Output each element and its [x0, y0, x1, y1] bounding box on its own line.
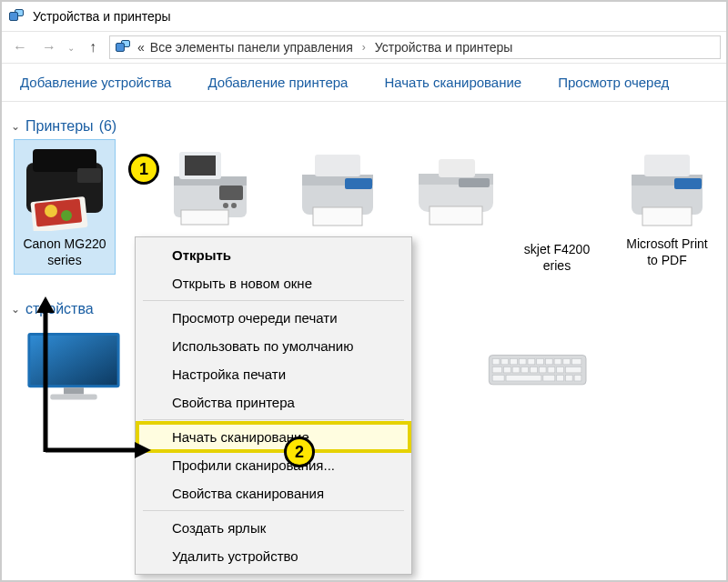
svg-rect-32: [64, 387, 84, 394]
menu-delete-device[interactable]: Удалить устройство: [137, 542, 410, 570]
devices-printers-icon: [9, 9, 25, 24]
svg-rect-44: [572, 358, 581, 364]
svg-rect-17: [315, 155, 360, 176]
menu-print-settings[interactable]: Настройка печати: [137, 360, 410, 388]
svg-rect-23: [459, 178, 490, 187]
history-chevron-icon[interactable]: ⌄: [66, 43, 76, 53]
svg-rect-49: [531, 366, 538, 372]
window-title: Устройства и принтеры: [33, 9, 171, 24]
svg-rect-45: [492, 366, 501, 372]
svg-rect-29: [642, 207, 692, 226]
menu-separator: [143, 419, 404, 420]
device-label: skjet F4200 eries: [524, 242, 590, 274]
svg-rect-50: [539, 366, 546, 372]
device-label: Microsoft Print to PDF: [626, 236, 707, 268]
printer-icon: [617, 140, 717, 231]
svg-rect-39: [528, 358, 535, 364]
svg-rect-57: [557, 376, 564, 381]
svg-point-6: [61, 210, 72, 221]
back-button[interactable]: ←: [7, 35, 33, 60]
devices-printers-icon: [116, 40, 132, 55]
keyboard-icon: [488, 325, 588, 416]
svg-rect-14: [181, 210, 228, 225]
menu-open[interactable]: Открыть: [137, 241, 410, 269]
forward-button[interactable]: →: [36, 35, 62, 60]
group-label: Принтеры: [25, 118, 94, 135]
svg-rect-48: [521, 366, 529, 372]
menu-set-default[interactable]: Использовать по умолчанию: [137, 332, 410, 360]
svg-rect-52: [557, 366, 564, 372]
title-bar: Устройства и принтеры: [2, 2, 726, 31]
breadcrumb-prefix: «: [137, 40, 145, 55]
nav-bar: ← → ⌄ ↑ « Все элементы панели управления…: [2, 31, 726, 64]
svg-rect-35: [492, 358, 500, 364]
annotation-arrow-2: [18, 436, 155, 464]
svg-rect-53: [565, 366, 581, 372]
svg-rect-58: [565, 376, 572, 381]
svg-rect-36: [501, 358, 509, 364]
annotation-badge-2: 2: [284, 436, 315, 467]
svg-rect-46: [503, 366, 511, 372]
chevron-right-icon: ›: [359, 41, 369, 54]
device-ms-print-pdf[interactable]: Microsoft Print to PDF: [617, 140, 717, 274]
device-deskjet-f4200[interactable]: skjet F4200 eries: [508, 151, 606, 274]
menu-separator: [143, 510, 404, 511]
svg-rect-2: [77, 168, 101, 183]
svg-point-13: [231, 203, 237, 208]
svg-rect-19: [313, 207, 362, 226]
svg-rect-4: [35, 198, 82, 226]
address-bar[interactable]: « Все элементы панели управления › Устро…: [109, 35, 721, 59]
fax-icon: [160, 140, 260, 231]
svg-rect-54: [492, 376, 504, 381]
svg-rect-40: [537, 358, 544, 364]
breadcrumb-segment[interactable]: Все элементы панели управления: [150, 40, 353, 55]
svg-rect-18: [345, 178, 372, 189]
chevron-down-icon: ⌄: [11, 120, 20, 133]
svg-rect-41: [545, 358, 552, 364]
svg-point-5: [45, 205, 57, 217]
printer-icon: [288, 140, 388, 231]
svg-rect-10: [185, 156, 216, 176]
add-device-button[interactable]: Добавление устройства: [20, 75, 171, 90]
menu-separator: [143, 300, 404, 301]
svg-rect-24: [430, 206, 482, 225]
group-header-printers[interactable]: ⌄ Принтеры (6): [11, 118, 717, 135]
svg-rect-11: [219, 186, 243, 200]
view-queue-button[interactable]: Просмотр очеред: [558, 75, 669, 90]
command-bar: Добавление устройства Добавление принтер…: [2, 64, 726, 102]
printer-icon: [15, 140, 115, 231]
breadcrumb-segment[interactable]: Устройства и принтеры: [375, 40, 513, 55]
svg-rect-38: [519, 358, 526, 364]
add-printer-button[interactable]: Добавление принтера: [207, 75, 348, 90]
menu-scan-profiles[interactable]: Профили сканирования...: [137, 451, 410, 479]
annotation-arrow-1: [18, 293, 62, 457]
device-printer-generic-2[interactable]: [406, 140, 506, 274]
menu-create-shortcut[interactable]: Создать ярлык: [137, 514, 410, 542]
svg-rect-47: [512, 366, 520, 372]
menu-view-queue[interactable]: Просмотр очереди печати: [137, 304, 410, 332]
svg-rect-56: [543, 376, 555, 381]
device-canon-mg220[interactable]: Canon MG220 series: [15, 140, 115, 274]
context-menu: Открыть Открыть в новом окне Просмотр оч…: [135, 236, 412, 575]
start-scan-button[interactable]: Начать сканирование: [384, 75, 521, 90]
svg-rect-51: [548, 366, 555, 372]
annotation-badge-1: 1: [128, 154, 159, 185]
group-count: (6): [99, 118, 117, 135]
svg-rect-22: [439, 159, 475, 177]
svg-rect-37: [511, 358, 518, 364]
svg-rect-28: [674, 178, 702, 189]
menu-open-new-window[interactable]: Открыть в новом окне: [137, 269, 410, 297]
device-keyboard[interactable]: [479, 325, 597, 416]
svg-rect-43: [563, 358, 571, 364]
svg-rect-27: [644, 155, 690, 176]
menu-printer-props[interactable]: Свойства принтера: [137, 388, 410, 416]
printer-icon: [406, 140, 506, 231]
menu-start-scan[interactable]: Начать сканирование: [137, 423, 410, 451]
device-label: Canon MG220 series: [23, 236, 106, 268]
up-button[interactable]: ↑: [80, 35, 106, 60]
svg-point-12: [223, 203, 228, 208]
menu-scan-props[interactable]: Свойства сканирования: [137, 479, 410, 507]
svg-rect-59: [574, 376, 581, 381]
svg-rect-55: [506, 376, 541, 381]
svg-rect-42: [554, 358, 561, 364]
